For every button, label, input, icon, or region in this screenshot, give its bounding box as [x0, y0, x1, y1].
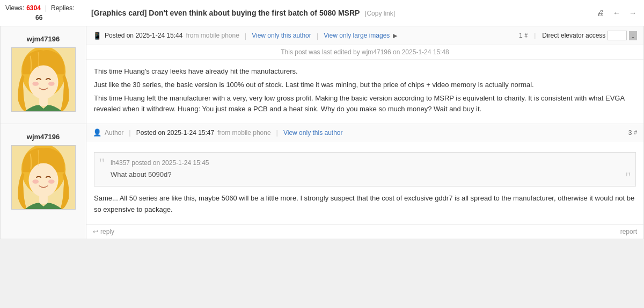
post-row: wjm47196: [1, 26, 643, 124]
post-date-2: Posted on 2025-1-24 15:47: [136, 129, 214, 137]
separator-1: |: [245, 32, 246, 40]
svg-point-8: [28, 163, 58, 197]
post-body-1: This time Huang's crazy leeks have alrea…: [86, 60, 643, 124]
post-meta-2: 👤 Author | Posted on 2025-1-24 15:47 fro…: [86, 124, 643, 141]
quote-author-2: lh4357 posted on 2025-1-24 15:45: [111, 158, 628, 168]
header-title: [Graphics card] Don't even think about b…: [91, 9, 595, 17]
separator-4: |: [276, 128, 278, 137]
body-line-1-1: Just like the 30 series, the basic versi…: [94, 80, 636, 91]
post-content-2: 👤 Author | Posted on 2025-1-24 15:47 fro…: [86, 124, 643, 239]
post-content-1: 📱 Posted on 2025-1-24 15:44 from mobile …: [86, 26, 643, 124]
svg-rect-5: [39, 98, 48, 106]
avatar-1: [11, 47, 76, 112]
username-1: wjm47196: [27, 35, 60, 43]
body-line-2-0: Same... All 50 series are like this, may…: [94, 193, 636, 216]
view-author-btn-2[interactable]: View only this author: [283, 129, 343, 137]
from-device-2: from mobile phone: [217, 129, 270, 137]
quote-block-2: " lh4357 posted on 2025-1-24 15:45 What …: [94, 152, 636, 187]
replies-label: Replies:: [51, 4, 74, 12]
reply-label-2: reply: [100, 228, 114, 235]
mobile-icon-1: 📱: [93, 32, 101, 40]
svg-point-9: [32, 180, 39, 184]
elevator-input-1[interactable]: [608, 31, 627, 40]
images-arrow-1[interactable]: ▶: [393, 32, 397, 39]
post-num-value-1: 1: [519, 32, 523, 39]
post-footer-2: ↩ reply report: [86, 224, 643, 239]
elevator-label-1: Direct elevator access: [542, 32, 605, 39]
post-num-value-2: 3: [628, 129, 632, 137]
separator-2: |: [317, 32, 318, 40]
svg-point-10: [48, 180, 54, 184]
header-stats: Views: 6304 | Replies: 66: [5, 4, 91, 22]
author-icon-2: 👤: [93, 128, 101, 137]
svg-point-4: [48, 82, 54, 86]
direct-elevator-1: Direct elevator access ↓: [542, 31, 637, 40]
header-icons: 🖨 ← →: [595, 8, 639, 18]
svg-point-3: [32, 82, 39, 86]
quote-close-icon: ": [625, 170, 631, 185]
elevator-btn-1[interactable]: ↓: [629, 31, 637, 40]
post-date-1: Posted on 2025-1-24 15:44: [105, 32, 182, 39]
title-text: [Graphics card] Don't even think about b…: [91, 9, 360, 17]
back-icon[interactable]: ←: [611, 8, 623, 18]
view-images-btn-1[interactable]: View only large images: [324, 32, 390, 39]
post-number-1: 1# | Direct elevator access ↓: [519, 31, 637, 40]
post-sidebar-1: wjm47196: [1, 26, 86, 124]
edited-notice-1: This post was last edited by wjm47196 on…: [86, 45, 643, 60]
from-device-1: from mobile phone: [186, 32, 239, 39]
post-row-2: wjm47196: [1, 124, 643, 239]
post-hash-2: #: [634, 130, 637, 135]
posts-container: wjm47196: [0, 26, 644, 239]
quote-open-icon: ": [99, 156, 105, 171]
svg-point-2: [28, 65, 58, 99]
views-count: 6304: [26, 4, 41, 12]
svg-rect-11: [39, 196, 48, 204]
body-line-1-2: This time Huang left the manufacturer wi…: [94, 93, 636, 116]
quote-text-2: What about 5090d?: [111, 169, 628, 181]
post-number-2: 3#: [628, 129, 637, 137]
post-meta-1: 📱 Posted on 2025-1-24 15:44 from mobile …: [86, 26, 643, 45]
views-label: Views:: [5, 4, 24, 12]
print-icon[interactable]: 🖨: [595, 8, 606, 18]
username-2: wjm47196: [27, 133, 60, 141]
replies-count: 66: [35, 14, 42, 22]
reply-icon: ↩: [93, 228, 98, 235]
author-badge-2: Author: [105, 129, 123, 137]
post-hash-1: #: [525, 33, 528, 39]
post-sidebar-2: wjm47196: [1, 124, 86, 239]
copy-link[interactable]: [Copy link]: [365, 10, 395, 17]
avatar-2: [11, 145, 76, 210]
separator-3: |: [129, 128, 130, 137]
post-body-2: " lh4357 posted on 2025-1-24 15:45 What …: [86, 141, 643, 224]
body-line-1-0: This time Huang's crazy leeks have alrea…: [94, 66, 636, 77]
view-author-btn-1[interactable]: View only this author: [252, 32, 311, 39]
forward-icon[interactable]: →: [627, 8, 639, 18]
header-bar: Views: 6304 | Replies: 66 [Graphics card…: [0, 0, 644, 26]
report-btn-2[interactable]: report: [620, 228, 637, 235]
page-wrapper: Views: 6304 | Replies: 66 [Graphics card…: [0, 0, 644, 239]
reply-btn-2[interactable]: ↩ reply: [93, 228, 114, 235]
